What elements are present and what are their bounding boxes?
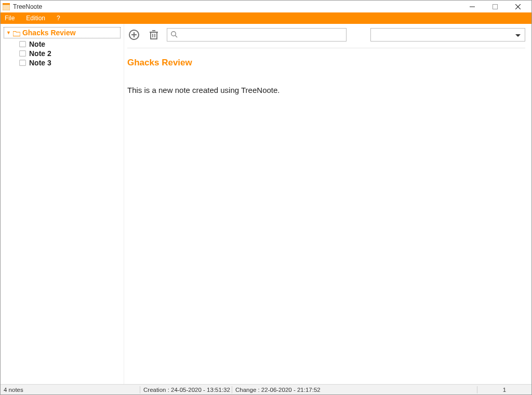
window-controls <box>461 1 529 12</box>
tree-sidebar: ▼ Ghacks Review Note <box>1 24 124 384</box>
search-box[interactable] <box>167 28 347 42</box>
svg-rect-0 <box>3 3 10 5</box>
chevron-down-icon <box>515 31 521 39</box>
tree-item-label: Note 3 <box>29 59 51 67</box>
tree-item-label: Note 2 <box>29 49 51 58</box>
tree-root-item[interactable]: ▼ Ghacks Review <box>4 27 121 38</box>
note-icon <box>19 50 26 57</box>
svg-point-17 <box>171 31 176 36</box>
svg-rect-1 <box>3 5 10 10</box>
menu-file[interactable]: File <box>5 15 15 22</box>
search-input[interactable] <box>181 31 343 39</box>
search-icon <box>170 31 178 39</box>
title-bar: TreeNoote <box>1 1 531 12</box>
add-note-button[interactable] <box>127 28 141 42</box>
note-body[interactable]: This is a new note created using TreeNoo… <box>127 85 525 96</box>
filter-dropdown[interactable] <box>370 28 525 42</box>
tree-item[interactable]: Note 3 <box>19 58 121 67</box>
svg-rect-3 <box>493 4 498 9</box>
note-icon <box>19 41 26 47</box>
expand-icon[interactable]: ▼ <box>6 31 11 35</box>
menu-edition[interactable]: Edition <box>26 15 45 22</box>
toolbar <box>127 27 525 43</box>
tree-children: Note Note 2 Note 3 <box>4 38 121 67</box>
status-change: Change : 22-06-2020 - 21:17:52 <box>232 387 477 393</box>
menu-bar: File Edition ? <box>1 12 531 24</box>
tree-item[interactable]: Note 2 <box>19 49 121 58</box>
status-bar: 4 notes Creation : 24-05-2020 - 13:51:32… <box>1 384 531 394</box>
svg-rect-7 <box>20 51 26 57</box>
main-panel: Ghacks Review This is a new note created… <box>124 24 531 384</box>
note-icon <box>19 60 26 66</box>
tree-item-label: Note <box>29 40 45 48</box>
status-creation: Creation : 24-05-2020 - 13:51:32 <box>140 387 232 393</box>
app-window: TreeNoote File Edition ? ▼ <box>0 0 532 395</box>
note-title: Ghacks Review <box>127 58 525 68</box>
window-title: TreeNoote <box>13 3 461 10</box>
svg-rect-6 <box>20 42 26 47</box>
toolbar-divider <box>127 48 525 48</box>
tree-root-label: Ghacks Review <box>22 29 76 37</box>
minimize-button[interactable] <box>461 1 484 12</box>
tree-item[interactable]: Note <box>19 39 121 49</box>
status-number: 1 <box>477 387 531 393</box>
body: ▼ Ghacks Review Note <box>1 24 531 384</box>
svg-rect-12 <box>151 32 157 39</box>
folder-icon <box>13 30 20 36</box>
status-notes-count: 4 notes <box>1 387 140 393</box>
maximize-button[interactable] <box>484 1 507 12</box>
close-button[interactable] <box>507 1 529 12</box>
delete-note-button[interactable] <box>147 28 161 42</box>
app-icon <box>3 3 10 10</box>
svg-line-18 <box>175 35 177 37</box>
svg-rect-8 <box>20 60 26 66</box>
menu-help[interactable]: ? <box>57 15 60 22</box>
